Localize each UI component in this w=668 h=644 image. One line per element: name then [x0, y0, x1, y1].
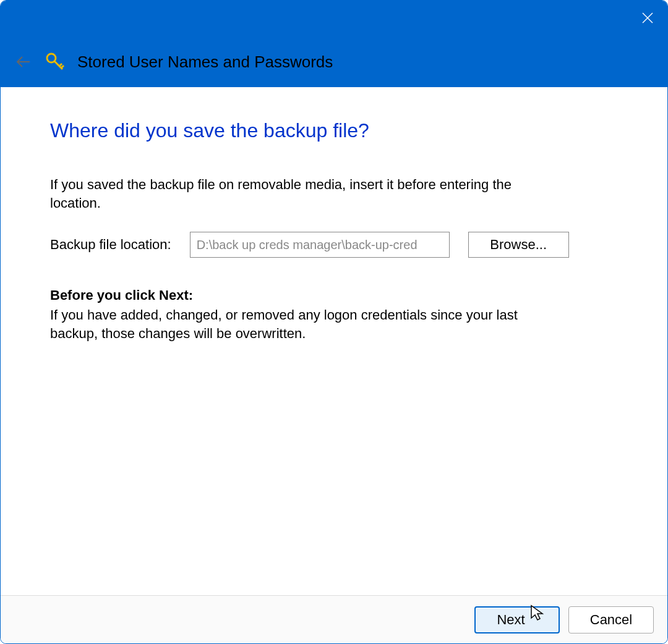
key-icon [45, 52, 65, 72]
dialog-window: Stored User Names and Passwords Where di… [0, 0, 668, 644]
footer: Next Cancel [1, 595, 667, 643]
svg-line-6 [61, 66, 64, 68]
page-heading: Where did you save the backup file? [50, 119, 618, 142]
instruction-text: If you saved the backup file on removabl… [50, 176, 557, 212]
header-title: Stored User Names and Passwords [77, 53, 333, 72]
titlebar [1, 1, 667, 36]
svg-point-3 [47, 54, 56, 62]
warning-heading: Before you click Next: [50, 287, 618, 303]
close-icon [641, 12, 654, 24]
backup-location-input[interactable] [190, 232, 450, 258]
location-row: Backup file location: Browse... [50, 232, 618, 258]
location-label: Backup file location: [50, 237, 171, 253]
close-button[interactable] [633, 3, 662, 33]
content-area: Where did you save the backup file? If y… [1, 87, 667, 595]
svg-line-5 [59, 64, 62, 66]
browse-button[interactable]: Browse... [468, 232, 569, 258]
cancel-button[interactable]: Cancel [568, 606, 654, 633]
header-row: Stored User Names and Passwords [1, 36, 667, 87]
back-arrow-icon [15, 54, 32, 70]
warning-text: If you have added, changed, or removed a… [50, 306, 557, 342]
next-button[interactable]: Next [474, 606, 560, 633]
back-button[interactable] [14, 53, 33, 71]
